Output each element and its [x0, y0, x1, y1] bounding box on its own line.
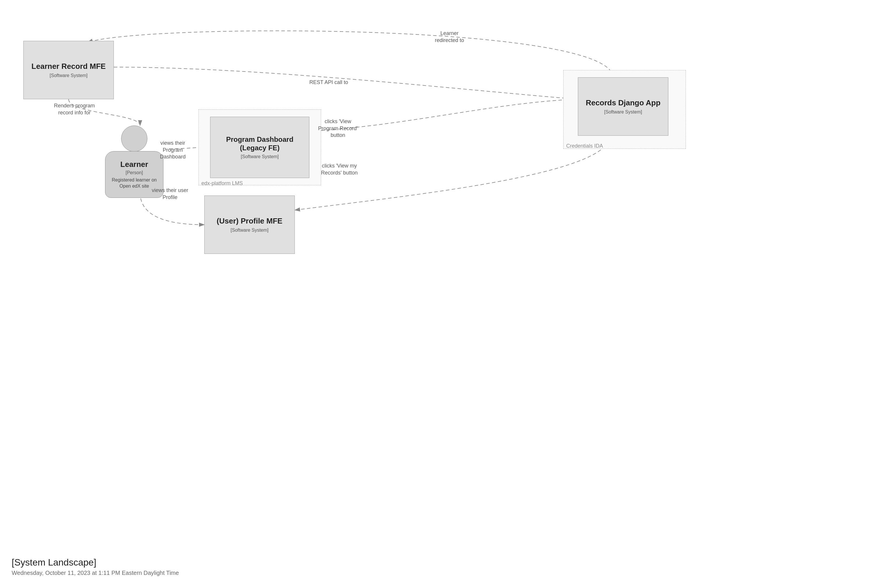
learner-record-mfe-title: Learner Record MFE	[32, 62, 106, 71]
records-django-app-subtitle: [Software System]	[604, 110, 642, 115]
learner-avatar	[121, 125, 147, 152]
program-dashboard-box: Program Dashboard(Legacy FE) [Software S…	[210, 117, 309, 178]
label-renders-program: Renders program record info for	[54, 96, 95, 116]
learner-type: [Person]	[125, 170, 143, 175]
records-django-app-title: Records Django App	[586, 98, 660, 107]
diagram-container: Learner Record MFE [Software System] Cre…	[0, 0, 896, 588]
footer-title: [System Landscape]	[12, 557, 179, 568]
program-dashboard-subtitle: [Software System]	[241, 154, 279, 159]
label-views-dashboard: views their Program Dashboard	[160, 133, 186, 160]
user-profile-mfe-subtitle: [Software System]	[230, 228, 268, 233]
learner-name: Learner	[120, 160, 148, 169]
label-learner-redirected: Learner redirected to	[435, 23, 464, 44]
label-clicks-view-records: clicks 'View my Records' button	[321, 156, 358, 176]
label-rest-api-call: REST API call to	[309, 72, 348, 86]
edx-platform-label: edx-platform LMS	[201, 180, 243, 186]
learner-record-mfe-box: Learner Record MFE [Software System]	[23, 41, 114, 99]
credentials-ida-label: Credentials IDA	[566, 143, 603, 149]
label-clicks-view-program: clicks 'View Program Record' button	[318, 111, 358, 139]
records-django-app-box: Records Django App [Software System]	[578, 77, 668, 136]
user-profile-mfe-box: (User) Profile MFE [Software System]	[204, 195, 295, 254]
arrows-svg	[0, 0, 896, 588]
learner-record-mfe-subtitle: [Software System]	[50, 73, 88, 78]
footer: [System Landscape] Wednesday, October 11…	[12, 557, 179, 576]
footer-date: Wednesday, October 11, 2023 at 1:11 PM E…	[12, 570, 179, 576]
label-views-profile: views their user Profile	[152, 180, 188, 201]
program-dashboard-title: Program Dashboard(Legacy FE)	[226, 136, 294, 152]
user-profile-mfe-title: (User) Profile MFE	[216, 216, 282, 225]
